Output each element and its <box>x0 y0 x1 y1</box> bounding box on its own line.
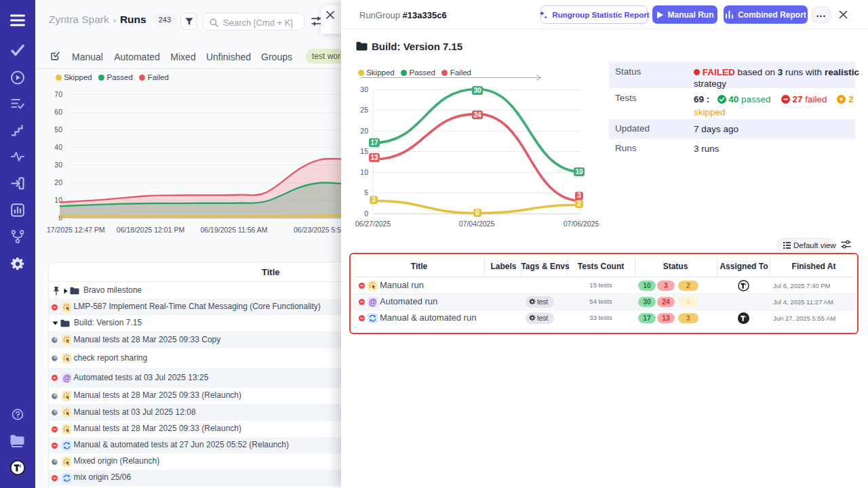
svg-text:@: @ <box>369 297 377 306</box>
svg-text:@: @ <box>63 373 71 383</box>
